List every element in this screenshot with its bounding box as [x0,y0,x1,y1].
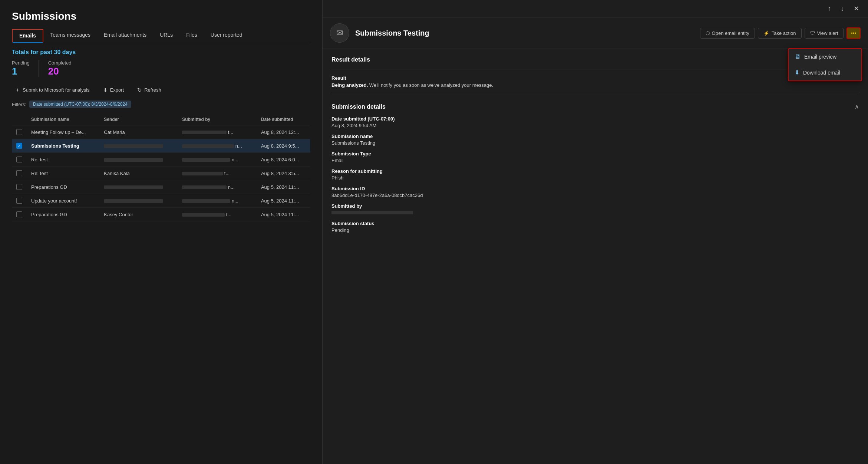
nav-up-button[interactable]: ↑ [825,3,834,14]
row-checkbox[interactable] [16,157,22,162]
tab-emails[interactable]: Emails [12,29,43,42]
field-label: Submission name [331,134,859,139]
table-header-row: Submission name Sender Submitted by Date… [12,114,310,125]
detail-field-date-submitted: Date submitted (UTC-07:00)Aug 8, 2024 9:… [331,116,859,128]
tabs-bar: Emails Teams messages Email attachments … [12,29,310,42]
nav-down-button[interactable]: ↓ [838,3,847,14]
download-email-item[interactable]: ⬇ Download email [789,65,861,80]
right-panel: ↑ ↓ ✕ ✉ Submissions Testing ⬡ Open email… [323,0,868,464]
detail-field-submitted-by: Submitted by [331,203,859,215]
tab-email-attachments[interactable]: Email attachments [97,29,153,42]
row-sender: Cat Maria [99,125,178,139]
row-submitted-by: t... [178,125,257,139]
submission-details-header[interactable]: Submission details ∧ [331,100,859,113]
preview-icon: 🖥 [795,53,801,60]
row-submitted-by: n... [178,194,257,208]
take-action-button[interactable]: ⚡ Take action [758,28,802,39]
row-date: Aug 8, 2024 9:5... [257,139,310,153]
total-completed: Completed 20 [48,60,80,77]
more-actions-button[interactable]: ••• [846,27,861,39]
row-submitted-by: t... [178,167,257,180]
submit-button[interactable]: ＋ Submit to Microsoft for analysis [12,85,93,95]
submission-detail-fields: Date submitted (UTC-07:00)Aug 8, 2024 9:… [331,116,859,233]
detail-field-submission-id: Submission ID8ab6dd1e-d170-497e-2a6a-08d… [331,186,859,198]
open-email-entity-button[interactable]: ⬡ Open email entity [700,28,755,39]
field-label: Reason for submitting [331,168,859,174]
table-row[interactable]: Preparations GD n...Aug 5, 2024 11:... [12,180,310,194]
submissions-table: Submission name Sender Submitted by Date… [12,114,310,221]
row-name: Preparations GD [27,180,99,194]
tab-teams-messages[interactable]: Teams messages [43,29,97,42]
field-value: Pending [331,227,859,233]
shield-icon: 🛡 [810,30,815,36]
detail-field-submission-status: Submission statusPending [331,221,859,233]
row-name: Preparations GD [27,208,99,221]
col-submission-name: Submission name [27,114,99,125]
result-details-section: Result details Result Being analyzed. We… [331,56,859,88]
toolbar: ＋ Submit to Microsoft for analysis ⬇ Exp… [12,85,310,95]
row-date: Aug 5, 2024 11:... [257,208,310,221]
col-submitted-by: Submitted by [178,114,257,125]
divider-2 [331,94,859,94]
filter-chip[interactable]: Date submitted (UTC-07:00): 8/3/2024-8/9… [29,101,131,108]
divider-1 [331,69,859,69]
col-sender: Sender [99,114,178,125]
export-button[interactable]: ⬇ Export [100,85,127,95]
left-panel: Submissions Emails Teams messages Email … [0,0,323,464]
table-row[interactable]: Re: test n...Aug 8, 2024 6:0... [12,153,310,167]
row-sender: Kanika Kala [99,167,178,180]
tab-files[interactable]: Files [179,29,204,42]
field-label: Submission status [331,221,859,226]
result-value: Being analyzed. We'll notify you as soon… [331,82,859,88]
row-sender [99,180,178,194]
row-sender [99,153,178,167]
row-sender [99,139,178,153]
row-checkbox[interactable] [16,211,22,217]
download-icon: ⬇ [795,69,799,76]
row-date: Aug 5, 2024 11:... [257,194,310,208]
row-name: Submissions Testing [27,139,99,153]
refresh-button[interactable]: ↻ Refresh [134,85,164,95]
table-row[interactable]: Re: testKanika Kala t...Aug 8, 2024 3:5.… [12,167,310,180]
row-date: Aug 5, 2024 11:... [257,180,310,194]
detail-field-submission-name: Submission nameSubmissions Testing [331,134,859,146]
chevron-up-button[interactable]: ∧ [855,103,859,110]
tab-urls[interactable]: URLs [153,29,179,42]
dropdown-menu: 🖥 Email preview ⬇ Download email [788,48,862,81]
lightning-icon: ⚡ [763,30,769,36]
row-checkbox[interactable] [16,198,22,204]
row-submitted-by: t... [178,208,257,221]
plus-icon: ＋ [15,86,20,93]
table-row[interactable]: Meeting Follow up – De...Cat Maria t...A… [12,125,310,139]
field-value: Phish [331,175,859,181]
detail-header: ✉ Submissions Testing ⬡ Open email entit… [323,17,868,49]
table-row[interactable]: Preparations GDKasey Contor t...Aug 5, 2… [12,208,310,221]
filters-row: Filters: Date submitted (UTC-07:00): 8/3… [12,101,310,108]
email-icon: ✉ [336,28,343,38]
table-row[interactable]: Update your account! n...Aug 5, 2024 11:… [12,194,310,208]
totals-row: Pending 1 Completed 20 [12,60,310,77]
detail-topbar: ↑ ↓ ✕ [323,0,868,17]
field-label: Date submitted (UTC-07:00) [331,116,859,122]
result-details-title: Result details [331,56,859,63]
tab-user-reported[interactable]: User reported [204,29,249,42]
email-preview-item[interactable]: 🖥 Email preview [789,49,861,65]
col-checkbox [12,114,27,125]
row-sender [99,194,178,208]
row-checkbox[interactable] [16,129,22,135]
detail-field-submission-type: Submission TypeEmail [331,151,859,163]
col-date-submitted: Date submitted [257,114,310,125]
close-button[interactable]: ✕ [851,3,862,14]
table-body: Meeting Follow up – De...Cat Maria t...A… [12,125,310,221]
refresh-icon: ↻ [137,87,142,93]
row-checkbox[interactable]: ✓ [16,143,22,149]
table-row[interactable]: ✓Submissions Testing n...Aug 8, 2024 9:5… [12,139,310,153]
row-checkbox[interactable] [16,184,22,190]
filters-label: Filters: [12,102,26,107]
row-name: Re: test [27,167,99,180]
field-value: 8ab6dd1e-d170-497e-2a6a-08dcb7cac26d [331,192,859,198]
view-alert-button[interactable]: 🛡 View alert [805,28,844,39]
row-name: Meeting Follow up – De... [27,125,99,139]
row-checkbox[interactable] [16,170,22,176]
field-value: Email [331,158,859,163]
